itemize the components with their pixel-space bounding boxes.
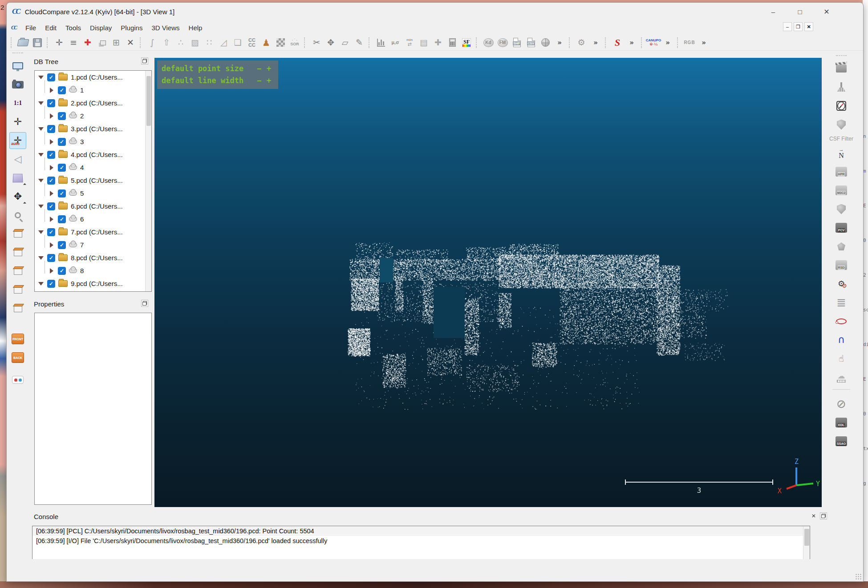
group-overflow-icon[interactable]: »: [625, 36, 639, 49]
stereo-glasses-icon[interactable]: [9, 371, 26, 388]
tree-item-pcd[interactable]: 4.pcd (C:/Users...: [35, 148, 151, 161]
tree-expander-icon[interactable]: [38, 76, 44, 79]
open-file-icon[interactable]: [16, 36, 30, 49]
checkbox-checked-icon[interactable]: [58, 215, 66, 223]
auto-pick-rotation-center-icon[interactable]: ✛auto: [9, 132, 26, 149]
view-back-icon[interactable]: BACK: [9, 349, 26, 366]
checkbox-checked-icon[interactable]: [58, 189, 66, 197]
sf-fill-icon[interactable]: ▤: [417, 36, 431, 49]
checkbox-checked-icon[interactable]: [47, 125, 55, 133]
toolbar-group-handle[interactable]: [677, 37, 679, 48]
sf-add-icon[interactable]: ✚: [431, 36, 445, 49]
sf-arithmetic-icon[interactable]: [445, 36, 459, 49]
perspective-mode-icon[interactable]: [9, 169, 26, 186]
decrease-button[interactable]: −: [254, 76, 264, 85]
screenshot-camera-icon[interactable]: [9, 76, 26, 93]
group-overflow-icon[interactable]: »: [661, 36, 675, 49]
sf-color-scale-icon[interactable]: SF: [459, 36, 474, 49]
checkbox-checked-icon[interactable]: [47, 151, 55, 159]
compute-normals-icon[interactable]: ⇧: [159, 36, 174, 49]
pcv-plugin-icon[interactable]: PCV: [832, 218, 850, 237]
tree-expander-icon[interactable]: [50, 268, 53, 274]
helmet-plugin-icon[interactable]: ∩: [832, 330, 850, 349]
tree-expander-icon[interactable]: [50, 165, 53, 170]
canupo-plugin-icon[interactable]: CANUPO⊕·¼: [646, 36, 661, 49]
dbtree-scrollbar-thumb[interactable]: [146, 76, 151, 126]
tree-item-pcd[interactable]: 3.pcd (C:/Users...: [35, 122, 151, 135]
tree-item-cloud[interactable]: 4: [35, 161, 151, 174]
rsd-plugin-icon[interactable]: RSD: [832, 256, 850, 274]
checkbox-checked-icon[interactable]: [47, 202, 55, 210]
tree-item-cloud[interactable]: 1: [35, 84, 151, 97]
increase-button[interactable]: +: [264, 64, 274, 73]
tree-expander-icon[interactable]: [50, 139, 53, 145]
properties-float-icon[interactable]: [141, 300, 148, 307]
noise-filter-icon[interactable]: ∷: [202, 36, 216, 49]
checkbox-checked-icon[interactable]: [47, 177, 55, 185]
console-close-icon[interactable]: ✕: [810, 512, 817, 520]
checkbox-checked-icon[interactable]: [58, 164, 66, 172]
properties-list-icon[interactable]: ≡: [66, 36, 81, 49]
point-cloud-canvas[interactable]: [154, 58, 822, 507]
sphere-primitive-icon[interactable]: [538, 36, 552, 49]
group-overflow-icon[interactable]: »: [552, 36, 567, 49]
tree-expander-icon[interactable]: [38, 179, 44, 182]
checkbox-checked-icon[interactable]: [47, 99, 55, 107]
segment-scissors-icon[interactable]: ✂: [309, 36, 324, 49]
toolbar-group-handle[interactable]: [641, 37, 643, 48]
view-top-icon[interactable]: [9, 226, 26, 242]
checkbox-checked-icon[interactable]: [47, 254, 55, 262]
toolbar-drag-handle[interactable]: [12, 52, 23, 55]
hpr-plugin-icon[interactable]: HPR: [832, 162, 850, 181]
toolbar-group-handle[interactable]: [476, 37, 478, 48]
menu-item-file[interactable]: File: [21, 22, 41, 33]
delete-entity-icon[interactable]: ✕: [123, 36, 138, 49]
rotation-axes-lock-icon[interactable]: ✥: [9, 188, 26, 205]
toolbar-group-handle[interactable]: [369, 37, 371, 48]
menu-item-edit[interactable]: Edit: [41, 22, 61, 33]
rgb-filter-plugin-icon[interactable]: RGB: [682, 36, 697, 49]
toolbar-drag-handle[interactable]: [836, 55, 847, 57]
mdi-close-button[interactable]: ✕: [804, 22, 813, 31]
spline-plugin-icon[interactable]: S: [610, 36, 625, 49]
normals-plugin-icon[interactable]: →N: [832, 144, 850, 162]
minimize-button[interactable]: –: [760, 3, 787, 20]
tree-item-cloud[interactable]: 6: [35, 213, 151, 226]
ellipse-plugin-icon[interactable]: [832, 312, 850, 330]
tree-expander-icon[interactable]: [38, 282, 44, 286]
tree-item-pcd[interactable]: 2.pcd (C:/Users...: [35, 97, 151, 109]
menu-item-plugins[interactable]: Plugins: [116, 22, 147, 33]
tree-expander-icon[interactable]: [50, 217, 53, 222]
tree-expander-icon[interactable]: [50, 113, 53, 119]
tree-expander-icon[interactable]: [38, 101, 44, 105]
toolbar-group-handle[interactable]: [569, 37, 571, 48]
ransac-pawn-icon[interactable]: ♟: [259, 36, 273, 49]
group-overflow-icon[interactable]: »: [697, 36, 711, 49]
checkbox-checked-icon[interactable]: [47, 280, 55, 288]
view-iso-icon[interactable]: [9, 300, 26, 317]
set-rotation-center-icon[interactable]: ✛: [9, 113, 26, 130]
menu-item-3d-views[interactable]: 3D Views: [147, 22, 184, 33]
point-pair-align-icon[interactable]: ✚: [81, 36, 95, 49]
poisson-recon-plugin-icon[interactable]: [832, 237, 850, 256]
tree-expander-icon[interactable]: [38, 127, 44, 131]
checkbox-checked-icon[interactable]: [58, 267, 66, 275]
tree-expander-icon[interactable]: [50, 191, 53, 196]
trace-polyline-icon[interactable]: ✎: [352, 36, 366, 49]
view-bottom-icon[interactable]: [9, 244, 26, 261]
ssao-shader-icon[interactable]: SSAO: [832, 432, 850, 451]
dbtree-scrollbar[interactable]: [145, 71, 151, 291]
view-front-icon[interactable]: FRONT: [9, 330, 26, 347]
toolbar-group-handle[interactable]: [605, 37, 607, 48]
csv-export-icon[interactable]: CSV: [524, 36, 538, 49]
layers-plugin-icon[interactable]: ≣: [832, 293, 850, 312]
dbtree-float-icon[interactable]: [141, 57, 148, 64]
checkerboard-filter-icon[interactable]: [273, 36, 288, 49]
save-file-icon[interactable]: [30, 36, 45, 49]
tree-item-cloud[interactable]: 8: [35, 264, 151, 277]
tree-expander-icon[interactable]: [50, 88, 53, 93]
checkbox-checked-icon[interactable]: [47, 73, 55, 81]
group-overflow-icon[interactable]: »: [588, 36, 603, 49]
toolbar-group-handle[interactable]: [11, 37, 13, 48]
display-options-icon[interactable]: [9, 57, 26, 74]
